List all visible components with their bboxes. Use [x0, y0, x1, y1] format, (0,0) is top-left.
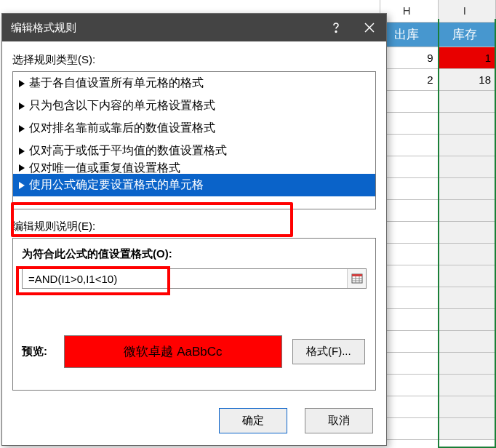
triangle-icon	[19, 182, 25, 189]
collapse-dialog-button[interactable]	[347, 269, 366, 288]
rule-type-item-0[interactable]: 基于各自值设置所有单元格的格式	[13, 72, 375, 95]
svg-rect-2	[352, 274, 362, 276]
formula-row	[22, 268, 367, 289]
help-icon	[330, 22, 342, 33]
sheet-table: H I 出库 库存 9 1 2 18	[380, 0, 496, 440]
formula-input[interactable]	[23, 269, 347, 288]
cell-i-1[interactable]: 1	[438, 47, 496, 68]
preview-box: 微软卓越 AaBbCc	[64, 335, 282, 368]
cell-h-1[interactable]: 9	[380, 47, 439, 68]
triangle-icon	[19, 148, 25, 155]
close-button[interactable]	[353, 14, 386, 41]
cell-i-2[interactable]: 18	[438, 68, 496, 90]
help-button[interactable]	[319, 14, 353, 41]
select-rule-type-label: 选择规则类型(S):	[12, 53, 376, 67]
edit-rule-desc-label: 编辑规则说明(E):	[12, 220, 376, 233]
range-select-icon	[351, 273, 363, 284]
ok-button[interactable]: 确定	[219, 408, 287, 433]
triangle-icon	[19, 103, 25, 110]
format-button[interactable]: 格式(F)...	[292, 339, 365, 364]
col-header-I[interactable]: I	[438, 0, 496, 22]
svg-point-0	[335, 31, 337, 33]
triangle-icon	[19, 80, 25, 87]
formula-box-title: 为符合此公式的值设置格式(O):	[22, 247, 367, 261]
edit-format-rule-dialog: 编辑格式规则 选择规则类型(S): 基于各自值设置所有单元格的格式 只为包含以下…	[1, 13, 387, 446]
preview-label: 预览:	[22, 345, 54, 359]
close-icon	[364, 23, 375, 33]
dialog-title: 编辑格式规则	[11, 21, 319, 35]
rule-type-item-5[interactable]: 使用公式确定要设置格式的单元格	[13, 174, 375, 196]
spreadsheet-background: H I 出库 库存 9 1 2 18	[380, 0, 496, 448]
triangle-icon	[19, 164, 25, 172]
preview-row: 预览: 微软卓越 AaBbCc 格式(F)...	[22, 335, 367, 368]
rule-type-item-4[interactable]: 仅对唯一值或重复值设置格式	[13, 162, 375, 174]
cancel-button[interactable]: 取消	[305, 408, 373, 433]
rule-type-list[interactable]: 基于各自值设置所有单元格的格式 只为包含以下内容的单元格设置格式 仅对排名靠前或…	[12, 71, 376, 209]
rule-type-item-2[interactable]: 仅对排名靠前或靠后的数值设置格式	[13, 117, 375, 140]
data-header-out[interactable]: 出库	[380, 22, 439, 47]
rule-type-item-3[interactable]: 仅对高于或低于平均值的数值设置格式	[13, 140, 375, 162]
data-header-stock[interactable]: 库存	[438, 22, 496, 47]
rule-type-item-1[interactable]: 只为包含以下内容的单元格设置格式	[13, 95, 375, 117]
cell-h-2[interactable]: 2	[380, 68, 439, 90]
triangle-icon	[19, 125, 25, 132]
dialog-titlebar[interactable]: 编辑格式规则	[2, 14, 386, 41]
rule-description-box: 为符合此公式的值设置格式(O): 预览: 微软卓越 Aa	[12, 238, 376, 391]
dialog-buttons: 确定 取消	[2, 401, 386, 445]
col-header-H[interactable]: H	[380, 0, 439, 22]
